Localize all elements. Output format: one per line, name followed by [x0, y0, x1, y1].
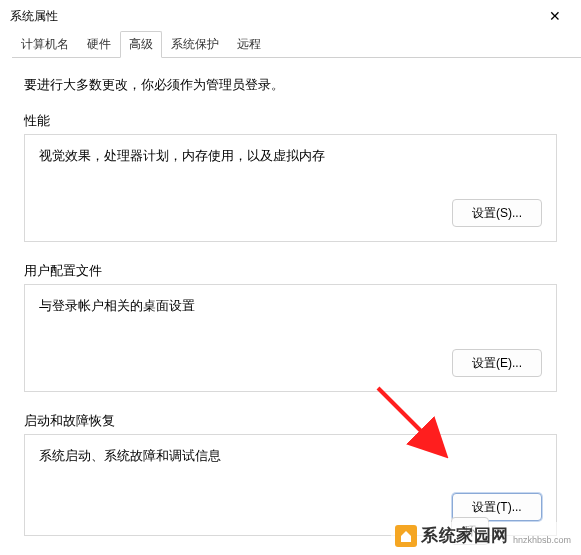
group-performance-desc: 视觉效果，处理器计划，内存使用，以及虚拟内存	[39, 147, 542, 165]
tab-advanced[interactable]: 高级	[120, 31, 162, 58]
titlebar: 系统属性 ✕	[0, 0, 581, 32]
group-startup-label: 启动和故障恢复	[24, 412, 557, 430]
tab-computer-name[interactable]: 计算机名	[12, 31, 78, 58]
tab-system-protection[interactable]: 系统保护	[162, 31, 228, 58]
close-button[interactable]: ✕	[535, 2, 575, 30]
tab-strip: 计算机名 硬件 高级 系统保护 远程	[0, 32, 581, 58]
group-performance-box: 视觉效果，处理器计划，内存使用，以及虚拟内存 设置(S)...	[24, 134, 557, 242]
watermark-text: 系统家园网	[421, 524, 509, 547]
group-performance-label: 性能	[24, 112, 557, 130]
admin-instruction: 要进行大多数更改，你必须作为管理员登录。	[24, 76, 557, 94]
close-icon: ✕	[549, 8, 561, 24]
window-title: 系统属性	[10, 8, 58, 25]
tab-hardware[interactable]: 硬件	[78, 31, 120, 58]
watermark-sub: hnzkhbsb.com	[513, 535, 571, 545]
tab-remote[interactable]: 远程	[228, 31, 270, 58]
group-startup-desc: 系统启动、系统故障和调试信息	[39, 447, 542, 465]
group-userprofile: 用户配置文件 与登录帐户相关的桌面设置 设置(E)...	[24, 262, 557, 392]
group-userprofile-label: 用户配置文件	[24, 262, 557, 280]
group-userprofile-box: 与登录帐户相关的桌面设置 设置(E)...	[24, 284, 557, 392]
group-userprofile-desc: 与登录帐户相关的桌面设置	[39, 297, 542, 315]
tab-content-advanced: 要进行大多数更改，你必须作为管理员登录。 性能 视觉效果，处理器计划，内存使用，…	[0, 58, 581, 555]
userprofile-settings-button[interactable]: 设置(E)...	[452, 349, 542, 377]
watermark-badge-icon	[395, 525, 417, 547]
performance-settings-button[interactable]: 设置(S)...	[452, 199, 542, 227]
group-performance: 性能 视觉效果，处理器计划，内存使用，以及虚拟内存 设置(S)...	[24, 112, 557, 242]
watermark: 系统家园网 hnzkhbsb.com	[391, 522, 575, 549]
